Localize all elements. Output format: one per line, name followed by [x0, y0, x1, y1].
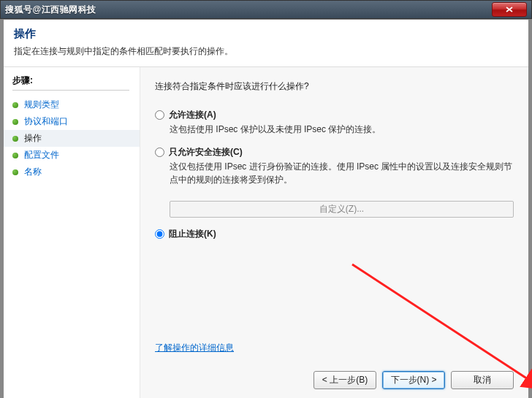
option-secure-label: 只允许安全连接(C): [169, 146, 243, 158]
option-allow-label: 允许连接(A): [169, 109, 216, 121]
option-block-label: 阻止连接(K): [169, 228, 216, 240]
option-secure-row[interactable]: 只允许安全连接(C): [155, 146, 514, 158]
bullet-icon: [12, 169, 18, 175]
bullet-icon: [12, 136, 18, 142]
titlebar: 搜狐号@江西驰网科技: [0, 0, 532, 19]
next-button[interactable]: 下一步(N) >: [382, 371, 445, 389]
option-block: 阻止连接(K): [155, 228, 514, 240]
steps-heading: 步骤:: [12, 74, 140, 87]
divider: [12, 90, 129, 91]
learn-more-link[interactable]: 了解操作的详细信息: [155, 342, 514, 354]
step-name[interactable]: 名称: [12, 164, 140, 180]
question-text: 连接符合指定条件时应该进行什么操作?: [155, 80, 514, 93]
window-title: 搜狐号@江西驰网科技: [5, 4, 492, 16]
page-subtitle: 指定在连接与规则中指定的条件相匹配时要执行的操作。: [14, 45, 518, 58]
radio-allow[interactable]: [155, 110, 164, 120]
option-allow-desc: 这包括使用 IPsec 保护以及未使用 IPsec 保护的连接。: [170, 123, 514, 136]
step-label: 协议和端口: [24, 115, 68, 128]
bullet-icon: [12, 119, 18, 125]
step-label: 规则类型: [24, 99, 59, 111]
step-action[interactable]: 操作: [4, 130, 140, 147]
step-label: 配置文件: [24, 149, 59, 161]
button-bar: < 上一步(B) 下一步(N) > 取消: [314, 371, 514, 389]
customize-button: 自定义(Z)...: [170, 201, 514, 218]
back-button[interactable]: < 上一步(B): [314, 371, 376, 389]
option-secure: 只允许安全连接(C) 这仅包括使用 IPsec 进行身份验证的连接。使用 IPs…: [155, 146, 514, 186]
option-allow: 允许连接(A) 这包括使用 IPsec 保护以及未使用 IPsec 保护的连接。: [155, 109, 514, 136]
step-label: 名称: [24, 166, 42, 178]
content-pane: 连接符合指定条件时应该进行什么操作? 允许连接(A) 这包括使用 IPsec 保…: [140, 67, 528, 398]
page-title: 操作: [14, 27, 518, 41]
step-label: 操作: [24, 132, 42, 145]
radio-secure[interactable]: [155, 148, 164, 157]
steps-sidebar: 步骤: 规则类型 协议和端口 操作 配置文件 名称: [4, 67, 140, 398]
step-rule-type[interactable]: 规则类型: [12, 96, 140, 113]
svg-line-0: [352, 264, 532, 389]
close-button[interactable]: [492, 2, 527, 17]
cancel-button[interactable]: 取消: [451, 371, 514, 389]
option-allow-row[interactable]: 允许连接(A): [155, 109, 514, 121]
wizard-header: 操作 指定在连接与规则中指定的条件相匹配时要执行的操作。: [4, 20, 528, 67]
step-profile[interactable]: 配置文件: [12, 147, 140, 164]
option-secure-desc: 这仅包括使用 IPsec 进行身份验证的连接。使用 IPsec 属性中的设置以及…: [170, 160, 514, 186]
step-protocol-port[interactable]: 协议和端口: [12, 113, 140, 130]
close-icon: [506, 7, 513, 12]
wizard-body: 步骤: 规则类型 协议和端口 操作 配置文件 名称: [4, 67, 528, 398]
wizard-window: 操作 指定在连接与规则中指定的条件相匹配时要执行的操作。 步骤: 规则类型 协议…: [3, 19, 529, 395]
option-block-row[interactable]: 阻止连接(K): [155, 228, 514, 240]
radio-block[interactable]: [155, 229, 164, 239]
bullet-icon: [12, 153, 18, 158]
bullet-icon: [12, 102, 18, 108]
